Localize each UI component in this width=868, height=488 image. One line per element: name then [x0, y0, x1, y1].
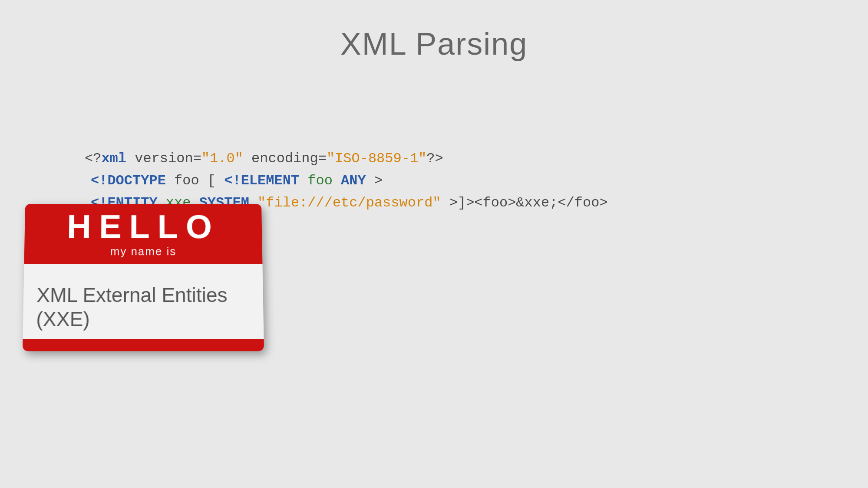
- code-part: encoding=: [243, 151, 327, 167]
- code-part: >: [366, 173, 383, 189]
- code-part: >]><foo>&xxe;</foo>: [441, 195, 608, 211]
- code-part: "1.0": [201, 151, 243, 167]
- badge-name-label: XML External Entities (XXE): [36, 283, 251, 331]
- badge-my-name-text: my name is: [110, 245, 176, 258]
- code-part: ?>: [426, 151, 443, 167]
- code-part: "ISO-8859-1": [327, 151, 426, 167]
- slide-title: XML Parsing: [0, 26, 868, 62]
- code-part: foo: [299, 173, 333, 189]
- badge-bottom-stripe: [23, 339, 264, 351]
- code-part: xml: [101, 151, 126, 167]
- code-part: foo: [166, 173, 199, 189]
- badge-hello-text: HELLO: [67, 210, 220, 243]
- code-part: "file:///etc/password": [249, 195, 441, 211]
- code-part: <!ELEMENT: [224, 173, 299, 189]
- code-part: <?: [85, 151, 101, 167]
- code-part: ANY: [333, 173, 366, 189]
- slide-container: XML Parsing <?xml version="1.0" encoding…: [0, 0, 868, 488]
- name-badge: HELLO my name is XML External Entities (…: [23, 204, 264, 351]
- code-part: <!DOCTYPE: [91, 173, 166, 189]
- badge-top: HELLO my name is: [24, 204, 263, 264]
- code-line-2: <!DOCTYPE foo [ <!ELEMENT foo ANY >: [85, 170, 608, 192]
- code-part: version=: [126, 151, 201, 167]
- code-line-1: <?xml version="1.0" encoding="ISO-8859-1…: [85, 147, 608, 170]
- code-part: [: [199, 173, 224, 189]
- badge-bottom: XML External Entities (XXE): [23, 264, 264, 351]
